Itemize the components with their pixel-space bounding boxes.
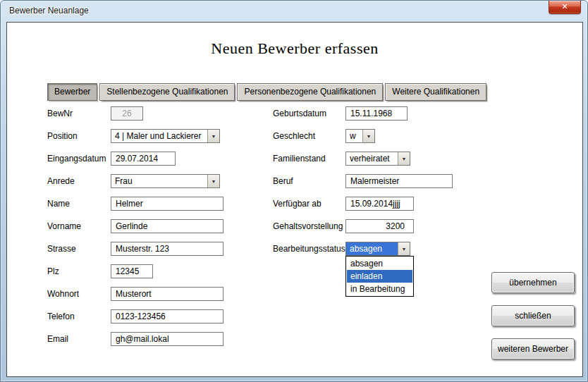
anrede-combobox-value: Frau (111, 175, 207, 187)
bearbeitungsstatus-combobox[interactable]: absagen ▼ (345, 242, 410, 256)
geschlecht-combobox-value: w (346, 130, 362, 142)
eingangsdatum-input[interactable] (111, 152, 176, 166)
email-row: Email (47, 332, 223, 346)
telefon-row: Telefon (47, 309, 223, 324)
strasse-input[interactable] (111, 242, 223, 256)
geburtsdatum-row: Geburtsdatum (273, 106, 408, 121)
tab-stellenbezogene-qualifikationen[interactable]: Stellenbezogene Qualifikationen (99, 83, 235, 101)
chevron-down-icon[interactable]: ▼ (207, 130, 219, 142)
weiteren-bewerber-button[interactable]: weiteren Bewerber (491, 338, 575, 359)
bewnr-row: BewNr (47, 106, 143, 121)
dialog-content: Neuen Bewerber erfassen Bewerber Stellen… (6, 22, 583, 377)
name-input[interactable] (111, 197, 223, 211)
geschlecht-combobox[interactable]: w ▼ (345, 129, 375, 143)
email-label: Email (47, 334, 111, 344)
verfuegbar-row: Verfügbar ab (273, 197, 414, 211)
bearbeitungsstatus-combobox-value: absagen (346, 242, 398, 255)
close-button[interactable]: ✕ (549, 1, 581, 14)
geburtsdatum-label: Geburtsdatum (273, 109, 345, 118)
status-row: Bearbeitungsstatus absagen ▼ (273, 242, 410, 256)
tab-personenbezogene-qualifikationen[interactable]: Personenbezogene Qualifikationen (237, 83, 383, 101)
position-combobox-value: 4 | Maler und Lackierer (111, 130, 207, 142)
bearbeitungsstatus-label: Bearbeitungsstatus (273, 244, 345, 254)
chevron-down-icon[interactable]: ▼ (398, 152, 410, 165)
chevron-down-icon[interactable]: ▼ (207, 175, 219, 187)
wohnort-label: Wohnort (47, 289, 111, 299)
schliessen-button[interactable]: schließen (491, 305, 575, 326)
vorname-label: Vorname (47, 221, 111, 231)
beruf-label: Beruf (273, 176, 345, 186)
familienstand-row: Familienstand verheiratet ▼ (273, 152, 410, 166)
familienstand-label: Familienstand (273, 154, 345, 164)
geschlecht-row: Geschlecht w ▼ (273, 129, 375, 143)
plz-label: Plz (47, 266, 111, 276)
geburtsdatum-input[interactable] (345, 106, 408, 121)
strasse-label: Strasse (47, 244, 111, 254)
dropdown-option-in-bearbeitung[interactable]: in Bearbeitung (347, 283, 412, 295)
telefon-label: Telefon (47, 312, 111, 321)
titlebar[interactable]: Bewerber Neuanlage ✕ (1, 1, 587, 22)
uebernehmen-button[interactable]: übernehmen (491, 272, 575, 293)
eingangsdatum-label: Eingangsdatum (47, 154, 111, 164)
dropdown-option-einladen[interactable]: einladen (347, 270, 412, 283)
telefon-input[interactable] (111, 309, 223, 324)
position-row: Position 4 | Maler und Lackierer ▼ (47, 129, 220, 143)
gehaltsvorstellung-label: Gehaltsvorstellung (273, 221, 345, 231)
plz-input[interactable] (111, 264, 153, 278)
anrede-row: Anrede Frau ▼ (47, 174, 220, 188)
tab-bewerber[interactable]: Bewerber (47, 83, 97, 101)
bearbeitungsstatus-dropdown-list: absagen einladen in Bearbeitung (345, 256, 414, 297)
tab-strip: Bewerber Stellenbezogene Qualifikationen… (47, 83, 486, 101)
familienstand-combobox[interactable]: verheiratet ▼ (345, 152, 410, 166)
tab-weitere-qualifikationen[interactable]: Weitere Qualifikationen (385, 83, 486, 101)
position-combobox[interactable]: 4 | Maler und Lackierer ▼ (111, 129, 220, 143)
geschlecht-label: Geschlecht (273, 131, 345, 141)
anrede-combobox[interactable]: Frau ▼ (111, 174, 220, 188)
position-label: Position (47, 131, 111, 141)
name-label: Name (47, 199, 111, 209)
beruf-row: Beruf (273, 174, 453, 188)
bewnr-label: BewNr (47, 109, 111, 118)
beruf-input[interactable] (345, 174, 453, 188)
chevron-down-icon[interactable]: ▼ (398, 242, 410, 255)
gehalt-row: Gehaltsvorstellung (273, 219, 414, 233)
eingangsdatum-row: Eingangsdatum (47, 152, 176, 166)
window-title: Bewerber Neuanlage (9, 6, 89, 16)
plz-row: Plz (47, 264, 153, 278)
name-row: Name (47, 197, 223, 211)
close-icon: ✕ (561, 2, 568, 11)
chevron-down-icon[interactable]: ▼ (362, 130, 374, 142)
familienstand-combobox-value: verheiratet (346, 152, 398, 165)
email-input[interactable] (111, 332, 223, 346)
bewnr-input (111, 106, 143, 121)
vorname-input[interactable] (111, 219, 223, 233)
gehaltsvorstellung-input[interactable] (345, 219, 414, 233)
vorname-row: Vorname (47, 219, 223, 233)
verfuegbar-ab-input[interactable] (345, 197, 414, 211)
dropdown-option-absagen[interactable]: absagen (347, 257, 412, 270)
wohnort-row: Wohnort (47, 287, 223, 301)
page-title: Neuen Bewerber erfassen (7, 39, 582, 58)
wohnort-input[interactable] (111, 287, 223, 301)
strasse-row: Strasse (47, 242, 223, 256)
anrede-label: Anrede (47, 176, 111, 186)
dialog-window: Bewerber Neuanlage ✕ Neuen Bewerber erfa… (0, 0, 588, 382)
verfuegbar-ab-label: Verfügbar ab (273, 199, 345, 209)
